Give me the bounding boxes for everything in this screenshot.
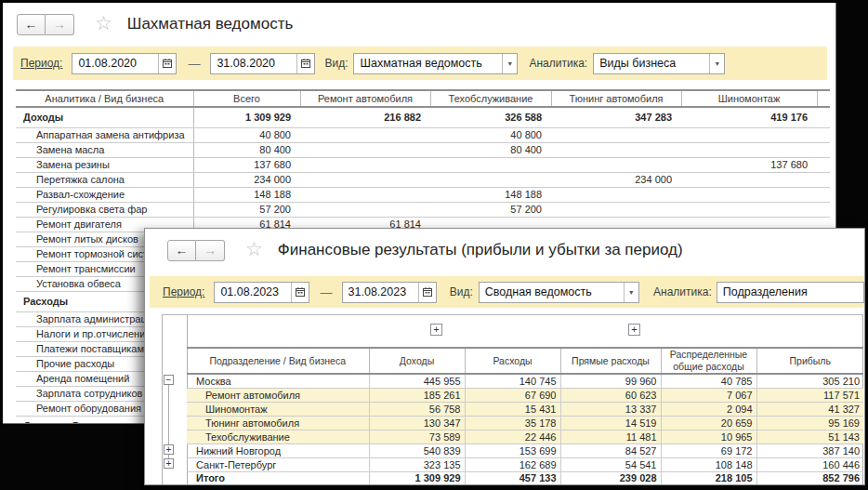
date-from-input[interactable] [72, 54, 158, 73]
column-header: Всего [193, 90, 300, 107]
nav-group: ← → [167, 240, 225, 261]
table-row[interactable]: Доходы1 309 929216 882326 588347 283419 … [16, 107, 830, 127]
calendar-button[interactable] [296, 54, 314, 73]
cell-value: 1 309 929 [369, 471, 465, 485]
cell-value: 95 169 [756, 416, 863, 430]
cell-value: 216 882 [300, 107, 430, 127]
cell-value: 160 446 [756, 457, 863, 471]
date-to-field [210, 53, 315, 74]
expand-columns-button[interactable]: + [430, 324, 442, 336]
table-row[interactable]: Москва445 955140 74599 96040 785305 210 [162, 374, 863, 388]
forward-button[interactable]: → [196, 240, 225, 261]
table-row[interactable]: Итого1 309 929457 133239 028218 105852 7… [162, 471, 863, 485]
cell-value: 14 519 [560, 416, 661, 430]
cell-value: 11 481 [560, 430, 661, 444]
view-select: ▾ [353, 53, 518, 74]
table-header-row: Подразделение / Вид бизнесаДоходыРасходы… [162, 348, 863, 374]
table-row[interactable]: Регулировка света фар57 20057 200 [16, 202, 830, 217]
calendar-button[interactable] [158, 54, 176, 73]
column-header: Тюнинг автомобиля [551, 90, 681, 107]
back-button[interactable]: ← [17, 14, 46, 35]
column-header: Прямые расходы [560, 348, 661, 374]
cell-value: 387 140 [756, 444, 863, 457]
expander-cell [162, 416, 187, 430]
row-label: Замена масла [16, 142, 193, 157]
period-link[interactable]: Период: [20, 57, 62, 70]
window-header: ← → ☆ Финансовые результаты (прибыли и у… [145, 229, 864, 271]
date-from-input[interactable] [215, 283, 291, 302]
cell-value: 148 188 [193, 187, 300, 202]
column-header: Распределенные общие расходы [661, 348, 756, 374]
cell-value: 137 680 [193, 157, 300, 172]
cell-value: 56 758 [369, 402, 465, 416]
filler-cell [817, 127, 830, 142]
column-header: Аналитика / Вид бизнеса [16, 90, 193, 107]
cell-value: 35 178 [465, 416, 560, 430]
cell-value: 20 659 [661, 416, 756, 430]
cell-value: 117 571 [756, 388, 863, 402]
date-to-input[interactable] [211, 54, 296, 73]
cell-value: 419 176 [681, 107, 817, 127]
analytics-select-input[interactable] [594, 54, 709, 73]
favorite-star-icon[interactable]: ☆ [245, 238, 263, 260]
table-row[interactable]: Перетяжка салона234 000234 000 [16, 172, 830, 187]
cell-value [551, 142, 681, 157]
favorite-star-icon[interactable]: ☆ [95, 12, 112, 34]
table-row[interactable]: Техобслуживание73 58922 44611 48110 9655… [162, 430, 863, 444]
table-row[interactable]: Тюнинг автомобиля130 34735 17814 51920 6… [162, 416, 863, 430]
table-row[interactable]: Замена резины137 680137 680 [16, 157, 830, 172]
view-select-input[interactable] [354, 54, 502, 73]
table-row[interactable]: Санкт-Петербург323 135162 68954 541108 1… [162, 457, 863, 471]
analytics-dropdown-button[interactable]: ▾ [709, 54, 724, 73]
cell-value: 60 623 [560, 388, 661, 402]
view-dropdown-button[interactable]: ▾ [624, 283, 638, 302]
cell-value: 323 135 [369, 457, 465, 471]
row-label: Развал-схождение [16, 187, 193, 202]
period-link[interactable]: Период: [163, 285, 204, 298]
cell-value: 445 955 [369, 374, 465, 388]
view-dropdown-button[interactable]: ▾ [502, 54, 517, 73]
analytics-select: ▾ [593, 53, 725, 74]
table-row[interactable]: Шиномонтаж56 75815 43113 3372 09441 327 [162, 402, 863, 416]
cell-value [551, 202, 681, 217]
cell-value: 57 200 [193, 202, 300, 217]
row-label: Доходы [16, 107, 193, 127]
table-row[interactable]: Развал-схождение148 188148 188 [16, 187, 830, 202]
calendar-button[interactable] [291, 283, 309, 302]
calendar-icon [162, 58, 173, 69]
cell-value [430, 157, 551, 172]
calendar-button[interactable] [418, 283, 436, 302]
view-label: Вид: [450, 285, 473, 298]
filler-cell [817, 202, 830, 217]
calendar-icon [295, 286, 306, 298]
table-row[interactable]: Аппаратная замена антифриза40 80040 800 [16, 127, 830, 142]
forward-icon: → [53, 17, 66, 32]
row-label: Замена резины [16, 157, 193, 172]
filter-bar: Период: — Вид: ▾ Аналитика: [150, 276, 864, 308]
date-to-input[interactable] [343, 283, 419, 302]
row-label: Нижний Новгород [187, 444, 369, 457]
cell-value: 239 028 [560, 471, 661, 485]
forward-icon: → [204, 243, 217, 258]
expand-columns-button[interactable]: + [628, 324, 640, 336]
analytics-input[interactable] [717, 283, 863, 302]
table-row[interactable]: Ремонт автомобиля185 26167 69060 6237 06… [162, 388, 863, 402]
expander-cell [162, 402, 187, 416]
date-to-field [342, 282, 437, 303]
forward-button[interactable]: → [46, 14, 74, 35]
cell-value [681, 127, 817, 142]
cell-value [430, 172, 551, 187]
back-button[interactable]: ← [167, 240, 196, 261]
column-header: Ремонт автомобиля [300, 90, 430, 107]
cell-value: 7 067 [661, 388, 756, 402]
view-select-input[interactable] [480, 283, 624, 302]
window-financial-results: ← → ☆ Финансовые результаты (прибыли и у… [144, 228, 865, 485]
cell-value: 218 105 [661, 471, 756, 485]
cell-value [551, 157, 681, 172]
table-row[interactable]: Нижний Новгород540 839153 69984 52769 17… [162, 444, 863, 457]
table-row[interactable]: Замена масла80 40080 400 [16, 142, 830, 157]
cell-value: 153 699 [465, 444, 560, 457]
analytics-field [717, 282, 864, 303]
report-table-area: + + −++ Подразделение / Вид бизнесаДоход… [162, 314, 863, 485]
row-label: Шиномонтаж [187, 402, 369, 416]
